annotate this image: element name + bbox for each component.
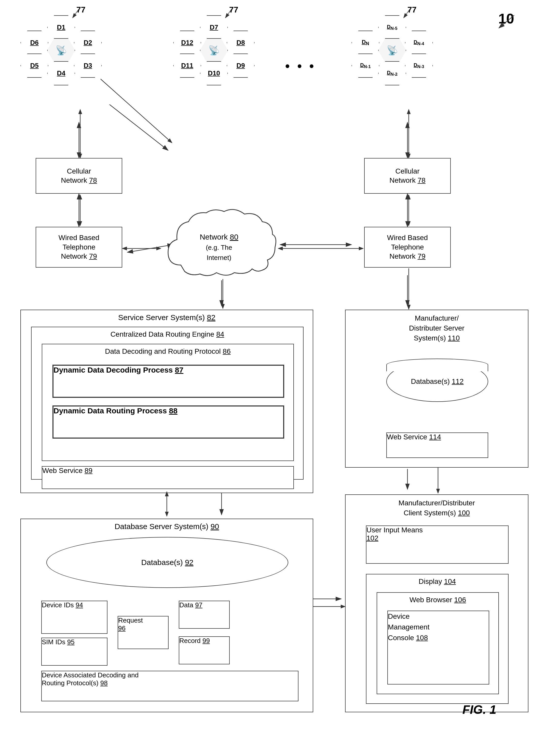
- device-ids-label: Device IDs 94: [42, 601, 83, 609]
- figure-label: FIG. 1: [462, 703, 496, 717]
- display-title: Display 104: [366, 578, 508, 586]
- svg-line-16: [225, 9, 232, 18]
- web-browser-box: Web Browser 106 DeviceManagementConsole …: [377, 592, 499, 694]
- dmc-label: DeviceManagementConsole 108: [388, 612, 429, 642]
- hex-D3: D3: [74, 53, 102, 78]
- ddrp-title: Data Decoding and Routing Protocol 86: [42, 347, 293, 355]
- dddrp-label: Dynamic Data Routing Process 88: [53, 407, 177, 415]
- wired-telephone-left: Wired BasedTelephoneNetwork 79: [36, 227, 122, 267]
- database-server-box: Database Server System(s) 90 Database(s)…: [20, 519, 313, 712]
- hex-D10: D10: [200, 61, 228, 85]
- hex-DN: DN: [351, 31, 379, 55]
- svg-line-40: [101, 79, 172, 143]
- mfr-server-box: Manufacturer/Distributer ServerSystem(s)…: [345, 309, 528, 468]
- mfr-client-box: Manufacturer/DistributerClient System(s)…: [345, 495, 528, 712]
- dadarp-box: Device Associated Decoding andRouting Pr…: [41, 671, 298, 701]
- hex-D6: D6: [20, 31, 48, 55]
- data-97-label: Data 97: [179, 601, 202, 609]
- web-service-114-box: Web Service 114: [386, 433, 488, 458]
- hex-tower-right: 📡: [378, 38, 406, 62]
- svg-line-15: [73, 9, 79, 18]
- hex-DN3: DN-3: [405, 53, 433, 78]
- cellular-network-right: CellularNetwork 78: [364, 158, 451, 194]
- db-server-title: Database Server System(s) 90: [21, 522, 313, 531]
- hex-tower-left: 📡: [47, 38, 75, 62]
- record-99-label: Record 99: [179, 637, 210, 645]
- web-service-114-label: Web Service 114: [387, 433, 441, 441]
- hex-tower-middle: 📡: [200, 38, 228, 62]
- hex-D5: D5: [20, 53, 48, 78]
- dddp-box: Dynamic Data Decoding Process 87: [52, 365, 284, 398]
- hex-D9: D9: [227, 53, 255, 78]
- databases-112-cap: [386, 358, 488, 371]
- ddrp-box: Data Decoding and Routing Protocol 86 Dy…: [42, 344, 294, 461]
- dadarp-label: Device Associated Decoding andRouting Pr…: [42, 671, 139, 687]
- request-label: Request96: [118, 617, 143, 632]
- wired-telephone-right: Wired BasedTelephoneNetwork 79: [364, 227, 451, 267]
- cdr-engine-box: Centralized Data Routing Engine 84 Data …: [31, 327, 304, 480]
- user-input-label: User Input Means102: [366, 526, 423, 542]
- databases-92: Database(s) 92: [46, 537, 288, 588]
- hex-D8: D8: [227, 31, 255, 55]
- hex-DN1: DN-1: [351, 53, 379, 78]
- data-97-box: Data 97: [179, 601, 230, 629]
- sim-ids-box: SIM IDs 95: [41, 638, 107, 666]
- dddrp-box: Dynamic Data Routing Process 88: [52, 406, 284, 439]
- web-service-89-box: Web Service 89: [42, 466, 294, 489]
- sim-ids-label: SIM IDs 95: [42, 638, 75, 646]
- service-server-box: Service Server System(s) 82 Centralized …: [20, 309, 313, 493]
- mfr-server-title: Manufacturer/Distributer ServerSystem(s)…: [346, 313, 528, 343]
- hex-DN4: DN-4: [405, 31, 433, 55]
- svg-line-17: [404, 9, 410, 18]
- dmc-box: DeviceManagementConsole 108: [387, 611, 489, 685]
- hex-DN2: DN-2: [378, 61, 406, 85]
- hex-D12: D12: [173, 31, 201, 55]
- web-service-89-label: Web Service 89: [42, 467, 92, 475]
- hex-D11: D11: [173, 53, 201, 78]
- device-ids-box: Device IDs 94: [41, 601, 107, 634]
- svg-text:(e.g. The: (e.g. The: [206, 244, 232, 251]
- mfr-client-title: Manufacturer/DistributerClient System(s)…: [346, 498, 528, 518]
- hex-D2: D2: [74, 31, 102, 55]
- cdr-engine-title: Centralized Data Routing Engine 84: [32, 330, 303, 338]
- request-box: Request96: [118, 616, 169, 649]
- hex-D4: D4: [47, 61, 75, 85]
- record-99-box: Record 99: [179, 636, 230, 664]
- svg-text:Network 80: Network 80: [200, 233, 238, 241]
- service-server-title: Service Server System(s) 82: [21, 313, 313, 322]
- svg-line-14: [499, 15, 514, 28]
- network-cloud: Network 80 (e.g. The Internet): [160, 206, 278, 280]
- display-box: Display 104 Web Browser 106 DeviceManage…: [366, 574, 509, 704]
- dddp-label: Dynamic Data Decoding Process 87: [53, 366, 183, 374]
- web-browser-title: Web Browser 106: [377, 596, 498, 604]
- user-input-box: User Input Means102: [366, 526, 509, 564]
- cellular-network-left: CellularNetwork 78: [36, 158, 122, 194]
- ellipsis-dots: • • •: [285, 59, 316, 73]
- diagram-container: 10 77 D6 D1 D2 D5 📡 D3: [0, 0, 560, 737]
- svg-text:Internet): Internet): [207, 254, 231, 261]
